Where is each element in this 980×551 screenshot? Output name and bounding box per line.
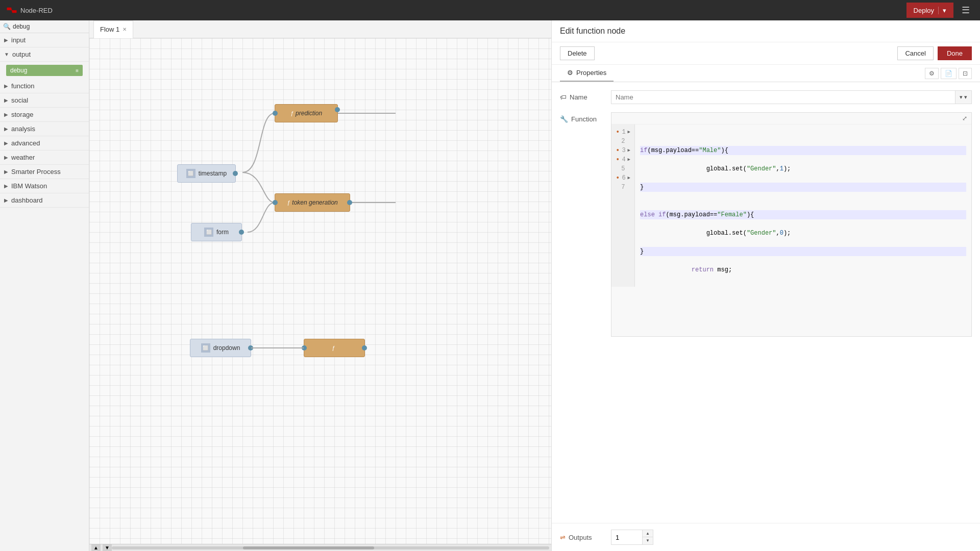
sidebar-item-dashboard[interactable]: ▶ dashboard [0,193,89,208]
name-field-row: 🏷 Name ▾ ▾ [560,90,972,104]
deploy-arrow-icon[interactable]: ▾ [938,7,946,14]
horizontal-scroll-track[interactable] [112,546,549,549]
sidebar-item-social[interactable]: ▶ social [0,93,89,108]
canvas-scrollbar[interactable]: ▲ ▼ [89,544,551,551]
name-input[interactable] [611,90,955,104]
output-port[interactable] [347,200,352,205]
sidebar-item-storage[interactable]: ▶ storage [0,108,89,122]
chevron-right-icon: ▶ [4,169,8,174]
code-lines[interactable]: if(msg.payload=="Male"){ global.set("Gen… [635,124,971,287]
output-port[interactable] [362,345,367,350]
sidebar-item-weather[interactable]: ▶ weather [0,151,89,165]
dropdown-icon: ⬜ [201,343,210,353]
code-editor-header: ⤢ [611,113,971,124]
search-input[interactable] [13,23,89,30]
sidebar-item-analysis[interactable]: ▶ analysis [0,122,89,136]
node-label: prediction [296,110,322,117]
gear-icon: ⚙ [567,69,573,77]
node-anon-function[interactable]: ƒ [304,339,365,357]
line-num-5: •5 [616,164,630,173]
node-timestamp[interactable]: ⬜ timestamp [177,164,236,183]
book-icon-btn[interactable]: 📄 [941,68,957,79]
cancel-button[interactable]: Cancel [897,46,933,60]
name-label: 🏷 Name [560,93,611,101]
input-port[interactable] [273,111,278,116]
code-line-2: global.set("Gender",1); [692,165,791,172]
function-icon: ƒ [290,110,293,116]
deploy-label: Deploy [914,7,938,14]
sidebar-item-advanced[interactable]: ▶ advanced [0,136,89,151]
expand-icon-btn[interactable]: ⊡ [959,68,972,79]
sidebar-item-label: IBM Watson [11,182,47,190]
edit-panel-body: 🏷 Name ▾ ▾ 🔧 Function ⤢ [552,82,980,523]
line-num-2: •2 [616,137,630,146]
debug-node-label: debug [10,67,27,74]
tab-properties[interactable]: ⚙ Properties [560,65,614,82]
menu-button[interactable]: ☰ [958,3,974,18]
line-num-1: •1▶ [616,128,630,137]
sidebar-item-function[interactable]: ▶ function [0,79,89,93]
code-line-1: if(msg.payload=="Male"){ [640,146,966,155]
tab-close-icon[interactable]: ✕ [122,27,127,32]
expand-code-btn[interactable]: ⤢ [962,115,967,122]
code-editor[interactable]: ⤢ •1▶ •2 •3▶ •4▶ •5 •6▶ •7 [611,112,972,337]
sidebar-item-label: storage [11,111,33,118]
input-port[interactable] [273,200,278,205]
edit-panel-title: Edit function node [552,20,980,42]
output-port-top[interactable] [335,107,340,112]
delete-button[interactable]: Delete [560,46,595,60]
flow-tab-label: Flow 1 [100,26,119,33]
form-icon: ⬜ [204,228,213,237]
flow-tab-1[interactable]: Flow 1 ✕ [93,20,133,38]
sidebar-item-label: output [12,51,31,58]
input-port[interactable] [302,345,307,350]
outputs-increment-btn[interactable]: ▲ [643,530,653,537]
code-line-3: } [640,183,966,192]
output-port[interactable] [233,171,238,176]
outputs-decrement-btn[interactable]: ▼ [643,537,653,544]
hamburger-icon: ☰ [962,5,970,15]
debug-node-item[interactable]: debug ≡ [6,65,83,76]
scroll-left-btn[interactable]: ▲ [91,544,101,551]
chevron-right-icon: ▶ [4,183,8,189]
wrench-icon: 🔧 [560,115,568,123]
output-port[interactable] [239,230,244,235]
sidebar-item-label: advanced [11,139,40,147]
output-port[interactable] [248,345,253,350]
sidebar-item-label: weather [11,154,35,161]
chevron-right-icon: ▶ [4,197,8,203]
node-token-generation[interactable]: ƒ token generation [275,193,350,212]
chevron-down-icon: ▼ [4,52,9,57]
sidebar-item-label: dashboard [11,196,42,204]
flow-canvas[interactable]: ƒ prediction ⬜ timestamp ƒ token generat… [89,38,551,544]
deploy-button[interactable]: Deploy ▾ [906,3,953,18]
search-icon: 🔍 [3,23,11,30]
node-dropdown[interactable]: ⬜ dropdown [190,339,251,357]
done-button[interactable]: Done [938,46,972,60]
code-line-5: global.set("Gender",0); [692,230,791,237]
tab-action-buttons: ⚙ 📄 ⊡ [925,68,972,79]
settings-icon-btn[interactable]: ⚙ [925,68,939,79]
edit-panel: Edit function node Delete Cancel Done ⚙ … [551,20,980,551]
sidebar: 🔍 ✕ ▶ input ▼ output debug ≡ ▶ function … [0,20,89,551]
tag-icon: 🏷 [560,93,567,101]
sidebar-item-ibm-watson[interactable]: ▶ IBM Watson [0,179,89,193]
horizontal-scroll-thumb[interactable] [243,546,374,549]
node-form[interactable]: ⬜ form [191,223,242,241]
scroll-right-btn[interactable]: ▼ [103,544,112,551]
chevron-right-icon: ▶ [4,140,8,146]
topbar-left: Node-RED [6,5,53,16]
sidebar-item-output[interactable]: ▼ output [0,47,89,62]
sidebar-item-smarter-process[interactable]: ▶ Smarter Process [0,165,89,179]
tab-bar: Flow 1 ✕ [89,20,551,38]
timestamp-icon: ⬜ [186,169,195,178]
outputs-input[interactable] [611,532,642,543]
chevron-right-icon: ▶ [4,112,8,117]
node-prediction[interactable]: ƒ prediction [275,104,338,122]
edit-panel-toolbar: Delete Cancel Done [552,42,980,65]
sidebar-item-label: function [11,82,35,90]
name-input-wrapper: ▾ ▾ [611,90,972,104]
sidebar-item-label: social [11,96,28,104]
name-options-btn[interactable]: ▾ ▾ [955,90,972,104]
sidebar-item-input[interactable]: ▶ input [0,33,89,47]
